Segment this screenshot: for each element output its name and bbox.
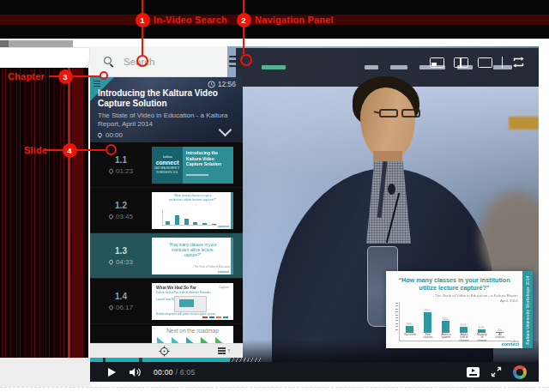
slide-time: 04:33 [109,258,133,266]
callout-label-navigation-panel: Navigation Panel [255,15,334,25]
scroll-to-top-list-icon[interactable]: ↑ [218,347,231,355]
bar: 18%Not used [165,210,172,225]
callout-ring-chapter [100,71,108,80]
toolbar-divider [502,57,504,68]
projected-site-button [509,117,539,130]
chapter-title: Introducing the Kaltura Video Capture So… [98,88,228,109]
pin-icon [108,167,114,173]
callout-ring-search [136,55,148,67]
slide-title: “How many classes in your institution ut… [386,271,522,292]
slide-thumbnail: What We Had So Far Capture Kaltura Scree… [152,283,233,320]
slide-id: 1.1 [115,155,127,165]
callout-ring-slide [106,144,117,155]
slide-time: 01:23 [109,167,133,175]
bar: 33%About a quarter [437,302,454,341]
presenter-glasses [374,109,422,119]
slide-time: 06:17 [109,304,133,311]
slide-side-strip: Kaltura University Workshops 2014 [522,271,533,348]
chapter-icon [94,81,100,87]
bar: 10%Majority of classes [474,302,490,341]
search-input[interactable] [122,56,204,68]
fullscreen-icon[interactable] [491,366,502,377]
callout-label-chapter: Chapter [8,71,45,81]
callout-label-slide: Slide [24,145,47,155]
left-red-line [68,68,70,358]
callout-number-3: 3 [58,69,73,84]
slide-thumbnail: Next on the roadmap [152,326,233,343]
top-left-white-card [0,47,90,69]
picture-in-picture-icon[interactable] [430,57,444,68]
split-view-icon[interactable] [454,57,468,68]
chart-y-ticks [395,303,398,330]
chapter-duration: 12:56 [208,80,236,88]
slide-row-1-3-selected[interactable]: 1.3 04:33 “How many classes in your inst… [90,233,243,279]
bar: 18%Not used [401,302,418,341]
callout-number-2: 2 [237,13,251,27]
bar: 3%All classes [210,210,217,225]
callout-line-2 [243,0,244,54]
microphone-icon [388,184,395,195]
slide-id: 1.2 [115,201,127,210]
top-left-gray-bar [0,40,73,47]
callout-number-1: 1 [136,13,150,27]
clock-icon [208,81,215,88]
chapter-header-card[interactable]: 12:56 Introducing the Kaltura Video Capt… [90,77,243,142]
bar: 55%Few classes [174,210,181,225]
overlay-bar-chart: 18%Not used55%Few classes33%About a quar… [399,302,510,341]
slide-id: 1.4 [115,292,127,301]
in-video-search-bar [90,46,227,77]
bar: 15%About half of classes [455,302,472,341]
time-display: 00:00 / 6:05 [154,368,196,377]
bar: 10%Majority of classes [202,210,208,225]
slide-thumbnail: “How many classes in your institution ut… [152,192,233,229]
pin-icon [108,258,114,264]
bottom-left-gray-block [0,358,90,387]
slide-row-1-2[interactable]: 1.2 03:45 “How many classes in your inst… [90,188,243,233]
bar: 15%About half of classes [192,210,199,225]
pin-icon [97,132,103,138]
bar: 55%Few classes [419,302,436,341]
callout-line-3 [49,75,100,77]
left-striped-margin [0,68,88,358]
video-player: “How many classes in your institution ut… [90,46,539,382]
slide-time: 03:45 [109,213,133,220]
slide-row-1-5[interactable]: Next on the roadmap [90,324,243,343]
single-view-icon[interactable] [478,57,492,68]
play-button[interactable] [108,368,116,377]
callout-number-4: 4 [63,143,77,158]
annotated-player-screenshot: “How many classes in your institution ut… [0,0,549,392]
slide-id: 1.3 [115,246,127,256]
kaltura-connect-logo: kaltura connect [502,340,519,347]
in-video-slide-overlay: “How many classes in your institution ut… [386,271,533,348]
bottom-dashed-border [0,387,549,388]
partner-logos [202,317,228,319]
player-control-bar: 00:00 / 6:05 [90,362,539,382]
slide-list: 1.1 01:23 kaltura connect KALTURA UNIVER… [90,142,243,343]
bar: 33%About a quarter [183,210,190,225]
bar: 3%All classes [492,302,508,341]
view-layout-toolbar [430,57,526,68]
volume-icon[interactable] [129,367,142,377]
search-icon [104,57,114,67]
related-video-icon[interactable] [467,367,480,377]
navigation-panel: 12:56 Introducing the Kaltura Video Capt… [90,46,243,358]
swap-view-icon[interactable] [512,57,525,68]
slide-thumbnail: kaltura connect KALTURA UNIVERSITY WORKS… [152,147,233,184]
locate-current-slide-icon[interactable] [159,346,170,357]
callout-ring-nav-toggle [240,54,252,66]
slide-row-1-4[interactable]: 1.4 06:17 What We Had So Far Capture [90,279,243,324]
pin-icon [108,213,114,219]
pin-icon [108,304,114,310]
roadmap-arrows [157,337,225,343]
slide-thumbnail: “How many classes in your institution ut… [152,238,233,274]
callout-line-1 [142,0,143,55]
chapter-subtitle: The State of Video in Education - a Kalt… [98,112,228,130]
thumbnail-bar-chart: 18%Not used55%Few classes33%About a quar… [162,210,217,226]
thumbnail-screenshot [174,296,207,312]
kaltura-logo[interactable] [513,365,527,379]
callout-label-in-video-search: In-Video Search [154,15,227,25]
slide-locator-toolbar: ↑ [90,343,243,358]
chapter-start-time: 00:00 [98,131,123,139]
